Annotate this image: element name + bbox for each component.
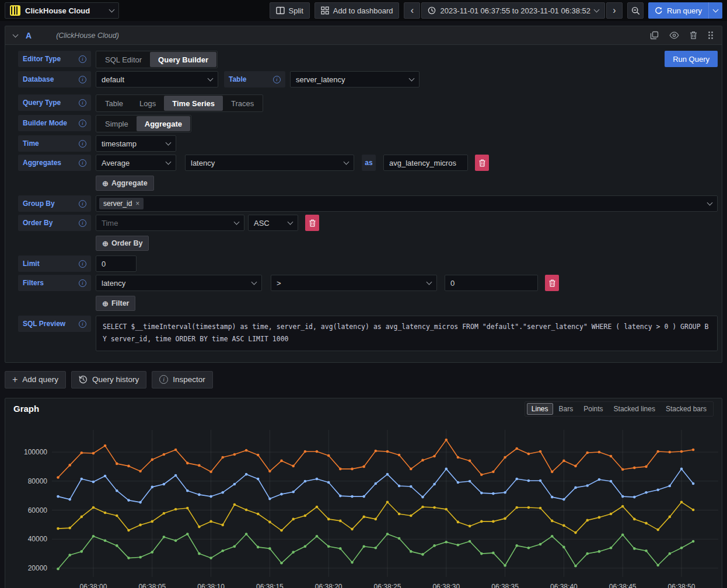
run-query-caret-button[interactable] [708, 2, 722, 19]
info-icon[interactable]: i [79, 140, 86, 148]
svg-text:06:38:45: 06:38:45 [609, 583, 637, 588]
inspector-button[interactable]: i Inspector [152, 371, 213, 388]
info-icon[interactable]: i [273, 76, 281, 83]
table-select[interactable]: server_latency [290, 71, 420, 88]
info-icon[interactable]: i [79, 279, 86, 287]
order-by-direction-select[interactable]: ASC [248, 215, 298, 231]
chevron-down-icon [166, 139, 172, 145]
query-type-logs[interactable]: Logs [131, 96, 164, 111]
datasource-picker[interactable]: ClickHouse Cloud [5, 2, 119, 19]
add-query-button[interactable]: + Add query [5, 371, 66, 388]
query-editor-panel: A (ClickHouse Cloud) Run Query Editor Ty… [5, 26, 722, 363]
run-query-panel-button[interactable]: Run Query [665, 51, 718, 67]
query-type-toggle: Table Logs Time Series Traces [96, 94, 263, 112]
info-icon[interactable]: i [79, 320, 86, 328]
drag-handle-icon[interactable] [708, 31, 714, 40]
info-icon[interactable]: i [79, 219, 86, 227]
table-label: Tablei [224, 71, 285, 88]
remove-query-trash-icon[interactable] [690, 31, 697, 40]
aggregate-function-select[interactable]: Average [96, 155, 176, 171]
graph-style-points[interactable]: Points [579, 403, 607, 415]
chevron-down-icon [208, 75, 214, 81]
time-shift-back-button[interactable]: ‹ [404, 2, 420, 19]
filter-field-select[interactable]: latency [96, 275, 262, 291]
query-history-button[interactable]: Query history [71, 371, 146, 388]
svg-text:20000: 20000 [28, 564, 48, 572]
svg-text:40000: 40000 [28, 535, 48, 543]
query-type-traces[interactable]: Traces [223, 96, 262, 111]
filters-label: Filtersi [18, 275, 91, 291]
query-builder-form: Run Query Editor Typei SQL Editor Query … [5, 45, 722, 362]
builder-mode-toggle: Simple Aggregate [96, 115, 191, 132]
chevron-down-icon [234, 219, 240, 225]
group-by-multiselect[interactable]: server_id× [96, 195, 718, 212]
limit-input[interactable]: 0 [96, 256, 137, 272]
circle-plus-icon: ⊕ [102, 239, 109, 248]
time-column-select[interactable]: timestamp [96, 135, 176, 152]
order-by-field-select[interactable]: Time [96, 215, 244, 231]
graph-style-stacked-bars[interactable]: Stacked bars [661, 403, 711, 415]
time-shift-forward-button[interactable]: › [606, 2, 623, 19]
info-icon: i [159, 375, 168, 384]
editor-type-query-builder[interactable]: Query Builder [150, 52, 216, 67]
query-type-time-series[interactable]: Time Series [164, 96, 223, 111]
add-to-dashboard-button[interactable]: Add to dashboard [314, 2, 400, 19]
as-badge: as [362, 155, 376, 171]
info-icon[interactable]: i [79, 159, 86, 167]
zoom-out-button[interactable] [627, 2, 644, 19]
info-icon[interactable]: i [79, 76, 86, 83]
info-icon[interactable]: i [79, 260, 86, 268]
remove-order-by-button[interactable] [305, 215, 319, 231]
aggregate-column-select[interactable]: latency [185, 155, 354, 171]
builder-mode-simple[interactable]: Simple [97, 116, 137, 131]
duplicate-query-icon[interactable] [650, 31, 659, 40]
graph-panel: Graph Lines Bars Points Stacked lines St… [5, 398, 722, 588]
explore-actions: + Add query Query history i Inspector [5, 371, 722, 388]
explore-content: A (ClickHouse Cloud) Run Query Editor Ty… [0, 21, 727, 588]
time-picker-group: ‹ 2023-11-01 06:37:55 to 2023-11-01 06:3… [404, 2, 623, 19]
time-range-button[interactable]: 2023-11-01 06:37:55 to 2023-11-01 06:38:… [421, 2, 605, 19]
info-icon[interactable]: i [79, 200, 86, 208]
dashboard-grid-icon [321, 6, 329, 15]
remove-filter-button[interactable] [545, 275, 559, 291]
timeseries-chart[interactable]: 2000040000600008000010000006:38:0006:38:… [5, 419, 722, 588]
builder-mode-aggregate[interactable]: Aggregate [137, 116, 190, 131]
query-type-label: Query Typei [18, 94, 91, 111]
remove-aggregate-button[interactable] [475, 155, 489, 171]
query-type-table[interactable]: Table [97, 96, 131, 111]
filter-value-input[interactable]: 0 [445, 275, 538, 291]
info-icon[interactable]: i [79, 99, 86, 107]
editor-type-sql-editor[interactable]: SQL Editor [97, 52, 150, 67]
svg-text:06:38:15: 06:38:15 [256, 583, 284, 588]
chevron-down-icon [427, 279, 432, 285]
add-filter-button[interactable]: ⊕Filter [96, 296, 135, 311]
query-datasource-hint: (ClickHouse Cloud) [56, 32, 642, 40]
aggregates-label: Aggregatesi [18, 155, 91, 171]
split-button[interactable]: Split [270, 2, 310, 19]
graph-style-bars[interactable]: Bars [554, 403, 578, 415]
graph-panel-header: Graph Lines Bars Points Stacked lines St… [5, 398, 722, 419]
graph-style-lines[interactable]: Lines [527, 403, 553, 415]
remove-tag-icon[interactable]: × [135, 200, 139, 208]
database-label: Databasei [18, 71, 91, 88]
add-aggregate-button[interactable]: ⊕Aggregate [96, 176, 154, 191]
info-icon[interactable]: i [79, 120, 86, 127]
plus-icon: + [12, 374, 18, 385]
trash-icon [309, 219, 316, 227]
chevron-down-icon [166, 159, 172, 164]
collapse-chevron-icon[interactable] [13, 32, 19, 38]
add-order-by-button[interactable]: ⊕Order By [96, 236, 149, 251]
svg-text:06:38:05: 06:38:05 [138, 583, 166, 588]
info-icon[interactable]: i [79, 55, 86, 63]
query-row-header[interactable]: A (ClickHouse Cloud) [5, 26, 722, 45]
filter-operator-select[interactable]: > [271, 275, 437, 291]
chevron-down-icon [109, 6, 115, 12]
sql-preview-label: SQL Previewi [18, 316, 91, 332]
database-select[interactable]: default [96, 71, 218, 88]
run-query-button[interactable]: Run query [648, 2, 708, 19]
graph-style-stacked-lines[interactable]: Stacked lines [609, 403, 660, 415]
hide-response-eye-icon[interactable] [669, 32, 679, 39]
svg-text:06:38:00: 06:38:00 [80, 583, 107, 588]
aggregate-alias-input[interactable]: avg_latency_micros [383, 155, 468, 171]
svg-text:06:38:10: 06:38:10 [197, 583, 225, 588]
